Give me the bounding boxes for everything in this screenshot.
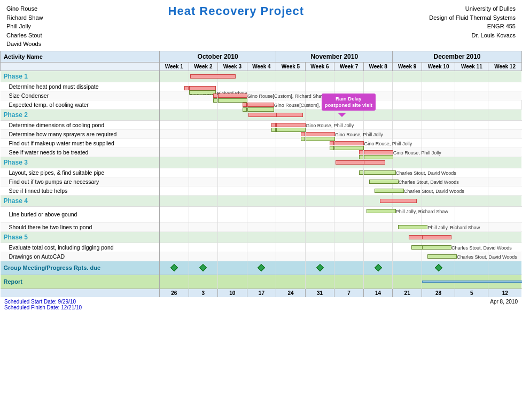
legend-row-anchor: Line buried or above gound Phill Jolly, …	[1, 206, 523, 222]
footer-date: Apr 8, 2010	[490, 299, 518, 310]
task2-bar-s1	[213, 94, 217, 98]
week-10: Week 10	[422, 62, 455, 71]
scheduled-finish: Scheduled Finish Date: 12/21/10	[4, 305, 82, 310]
p2t2-s2	[306, 132, 335, 136]
task1-bar-sched	[184, 86, 189, 90]
date-row: 26 3 10 17 24 31 7 14 21 28 5 12	[1, 289, 523, 297]
task-row: Size Condenser Gino Rouse[Custom], Richa…	[1, 91, 523, 100]
group-meeting-label: Group Meeting/Progress Rpts. due	[1, 261, 160, 275]
week-3: Week 3	[218, 62, 247, 71]
milestone-2	[199, 264, 207, 271]
p2t1-s1	[271, 123, 276, 127]
group-meeting-row: Group Meeting/Progress Rpts. due	[1, 261, 523, 275]
week-6: Week 6	[305, 62, 334, 71]
date-8: 14	[363, 289, 393, 297]
p2t3-label-r: Gino Rouse, Phill Jolly	[364, 141, 412, 146]
milestone-6	[434, 264, 442, 271]
task-row: Layout, size pipes, & find suitable pipe…	[1, 168, 523, 177]
phase5-label: Phase 5	[1, 231, 160, 243]
phase4-bar2	[393, 199, 417, 203]
task3-bar-r1	[243, 107, 247, 112]
p2t4-label-r: Gino Rouse, Phill Jolly	[393, 150, 441, 155]
p5t2-r	[427, 254, 457, 259]
week-4: Week 4	[247, 62, 276, 71]
p5t1-label-r: Charles Stout, David Woods	[451, 245, 512, 251]
p3t3-r	[375, 189, 404, 193]
week-placeholder	[1, 62, 160, 71]
p4t1-label: Line buried or above gound	[1, 206, 160, 222]
task-row: See if water needs to be treated Gino Ro…	[1, 147, 523, 157]
week-1: Week 1	[160, 62, 189, 71]
p3t3-label-r: Charles Stout, David Woods	[404, 189, 464, 194]
p4t2-label: Should there be two lines to pond	[1, 222, 160, 231]
footer-left: Scheduled Start Date: 9/29/10 Scheduled …	[4, 299, 82, 310]
p2t4-s1	[359, 150, 363, 154]
task3-bar-s2	[247, 103, 274, 107]
milestone-5	[375, 264, 382, 271]
task2-bar-s2	[218, 94, 247, 98]
p2t3-s2	[334, 141, 364, 145]
week-7: Week 7	[334, 62, 364, 71]
date-1: 26	[160, 289, 189, 297]
date-4: 17	[247, 289, 276, 297]
project-title: Heat Recovery Project	[43, 4, 429, 18]
p2t1-label: Determine dimensions of cooling pond	[1, 120, 160, 129]
task2-bar-r1	[213, 98, 217, 103]
p2t2-r1	[301, 137, 305, 141]
eternal-bar	[422, 281, 522, 283]
phase3-row: Phase 3	[1, 157, 523, 168]
p2t3-s1	[330, 141, 334, 145]
phase1-label: Phase 1	[1, 71, 160, 82]
phase3-label: Phase 3	[1, 157, 160, 168]
task-row: Drawings on AutoCAD Charles Stout, David…	[1, 252, 523, 261]
week-11: Week 11	[455, 62, 488, 71]
p3t1-r2	[364, 170, 396, 175]
date-11: 5	[455, 289, 488, 297]
header: Gino Rouse Richard Shaw Phill Jolly Char…	[0, 0, 522, 51]
p5t1-r2	[422, 245, 451, 250]
p5t1-label: Evaluate total cost, including digging p…	[1, 243, 160, 252]
report-row: Report	[1, 275, 523, 289]
p3t2-label-r: Charles Stout, David Woods	[399, 180, 459, 185]
milestone-1	[170, 264, 178, 271]
p5t2-label: Drawings on AutoCAD	[1, 252, 160, 261]
task3-label: Expected temp. of cooling water	[1, 100, 160, 109]
task-row: Expected temp. of cooling water Gino Rou…	[1, 100, 523, 109]
task1-label: Determine heat pond must dissipate	[1, 82, 160, 91]
p2t3-r1	[330, 146, 334, 150]
p3t1-r1	[359, 170, 363, 175]
task1-bar-sched2	[189, 86, 216, 90]
p4t1-label-r: Phill Jolly, Richard Shaw	[396, 209, 448, 214]
date-9: 21	[393, 289, 422, 297]
course-info: University of Dulles Design of Fluid The…	[429, 4, 516, 40]
date-5: 24	[276, 289, 306, 297]
phase4-label: Phase 4	[1, 195, 160, 206]
p3t1-label-r: Charles Stout, David Woods	[396, 170, 456, 176]
gantt-chart: Activity Name October 2010 November 2010…	[0, 51, 522, 297]
report-label: Report	[1, 275, 160, 289]
annotation-arrow	[338, 113, 346, 117]
p2t1-s2	[276, 123, 306, 127]
date-10: 28	[422, 289, 455, 297]
annotation-box: Rain Delaypostponed site visit	[322, 94, 376, 111]
task-row: See if finned tube helps Charles Stout, …	[1, 186, 523, 195]
phase1-bar	[190, 74, 236, 79]
date-12: 12	[488, 289, 521, 297]
p4t2-r	[398, 225, 427, 229]
week-9: Week 9	[393, 62, 422, 71]
phase3-bar2	[364, 160, 385, 165]
task-row: Find out if makeup water must be supplie…	[1, 138, 523, 147]
phase5-bar2	[422, 235, 451, 239]
p3t3-label: See if finned tube helps	[1, 186, 160, 195]
week-5: Week 5	[276, 62, 306, 71]
task-row: Evaluate total cost, including digging p…	[1, 243, 523, 252]
p2t4-label: See if water needs to be treated	[1, 147, 160, 157]
p3t2-label: Find out if two pumps are necessary	[1, 177, 160, 186]
p2t1-label-r: Gino Rouse, Phill Jolly	[306, 123, 354, 128]
date-2: 3	[189, 289, 218, 297]
scheduled-start: Scheduled Start Date: 9/29/10	[4, 299, 82, 305]
p5t2-label-r: Charles Stout, David Woods	[457, 254, 517, 260]
week-12: Week 12	[488, 62, 521, 71]
week-2: Week 2	[189, 62, 218, 71]
p2t1-r1	[271, 128, 276, 132]
